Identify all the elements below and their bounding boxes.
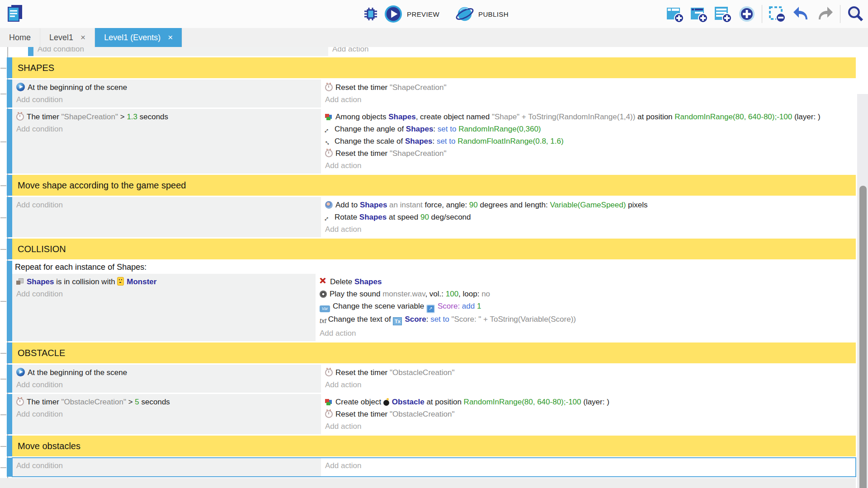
add-action-button[interactable]: Add action (325, 379, 856, 391)
event-line[interactable]: Reset the timer "ObstacleCreation" (325, 408, 856, 420)
event-handle-bar[interactable] (7, 261, 12, 341)
event-handle-bar[interactable] (7, 109, 12, 174)
actions-cell[interactable]: Among objects Shapes, create object name… (321, 109, 856, 174)
debug-icon[interactable] (362, 5, 380, 23)
foreach-header[interactable]: Repeat for each instance of Shapes: (12, 261, 856, 274)
add-circle-icon[interactable] (738, 5, 756, 23)
event-row-partial[interactable]: Add conditionAdd action (28, 47, 856, 56)
event-handle-bar[interactable] (7, 197, 12, 237)
tab-level1[interactable]: Level1 × (40, 28, 95, 47)
preview-play-icon[interactable] (384, 5, 402, 23)
redo-icon[interactable] (816, 5, 834, 23)
event-group-header[interactable]: Move shape according to the game speed (7, 175, 856, 196)
add-condition-button[interactable]: Add condition (16, 379, 321, 391)
event-handle-bar[interactable] (7, 436, 12, 456)
actions-cell[interactable]: Add action (321, 458, 856, 477)
add-action-button[interactable]: Add action (325, 223, 856, 235)
event-line[interactable]: Among objects Shapes, create object name… (325, 111, 856, 123)
add-condition-button[interactable]: Add condition (16, 408, 321, 420)
add-action-button[interactable]: Add action (325, 160, 856, 172)
scrollbar-thumb[interactable] (859, 186, 867, 488)
event-handle-bar[interactable] (7, 394, 12, 434)
undo-icon[interactable] (792, 5, 810, 23)
publish-label[interactable]: PUBLISH (478, 10, 509, 18)
event-line[interactable]: Delete Shapes (320, 276, 856, 288)
event-row[interactable]: The timer "ShapeCreation" > 1.3 secondsA… (7, 109, 856, 174)
event-row[interactable]: At the beginning of the sceneAdd conditi… (7, 80, 856, 108)
add-action-button[interactable]: Add action (325, 94, 856, 106)
event-line[interactable]: Create object Obstacle at position Rando… (325, 396, 856, 408)
event-row-selected[interactable]: Add conditionAdd action (7, 458, 856, 477)
event-group-header[interactable]: COLLISION (7, 239, 856, 259)
close-icon[interactable]: × (168, 33, 173, 42)
group-title[interactable]: SHAPES (12, 57, 856, 78)
event-handle-bar[interactable] (7, 365, 12, 393)
conditions-cell[interactable]: At the beginning of the sceneAdd conditi… (12, 80, 321, 108)
event-handle-bar[interactable] (7, 80, 12, 108)
group-title[interactable]: Move shape according to the game speed (12, 175, 856, 196)
add-condition-button[interactable]: Add condition (16, 199, 321, 211)
conditions-cell[interactable]: The timer "ShapeCreation" > 1.3 secondsA… (12, 109, 321, 174)
group-title[interactable]: Move obstacles (12, 436, 856, 456)
event-line[interactable]: Change the angle of Shapes: set to Rando… (325, 123, 856, 135)
add-action-button[interactable]: Add action (325, 460, 856, 472)
add-action-button[interactable]: Add action (320, 327, 856, 339)
conditions-cell[interactable]: Shapes is in collision with MonsterAdd c… (12, 274, 316, 341)
add-subevent-icon[interactable] (690, 5, 708, 23)
event-group-header[interactable]: OBSTACLE (7, 343, 856, 363)
event-line[interactable]: Change the text of Score: set to "Score:… (320, 313, 856, 327)
preview-label[interactable]: PREVIEW (407, 10, 439, 18)
publish-planet-icon[interactable] (456, 5, 474, 23)
conditions-cell[interactable]: Add condition (12, 197, 321, 237)
event-handle-bar[interactable] (7, 343, 12, 363)
add-condition-button[interactable]: Add condition (16, 460, 321, 472)
app-menu-icon[interactable] (5, 3, 25, 23)
event-row[interactable]: At the beginning of the sceneAdd conditi… (7, 365, 856, 393)
event-handle-bar[interactable] (28, 47, 33, 56)
event-line[interactable]: Shapes is in collision with Monster (16, 276, 316, 288)
event-handle-bar[interactable] (7, 239, 12, 259)
tab-home[interactable]: Home (0, 28, 40, 47)
event-line[interactable]: The timer "ObstacleCreation" > 5 seconds (16, 396, 321, 408)
add-condition-button[interactable]: Add condition (16, 288, 316, 300)
actions-cell[interactable]: Add to Shapes an instant force, angle: 9… (321, 197, 856, 237)
group-title[interactable]: OBSTACLE (12, 343, 856, 363)
event-line[interactable]: Change the scale of Shapes: set to Rando… (325, 135, 856, 147)
actions-cell[interactable]: Add action (328, 47, 856, 56)
add-condition-button[interactable]: Add condition (38, 47, 328, 55)
add-condition-button[interactable]: Add condition (16, 123, 321, 135)
event-group-header[interactable]: SHAPES (7, 57, 856, 78)
event-line[interactable]: Rotate Shapes at speed 90 deg/second (325, 211, 856, 223)
event-line[interactable]: At the beginning of the scene (16, 81, 321, 94)
search-icon[interactable] (846, 5, 864, 23)
actions-cell[interactable]: Create object Obstacle at position Rando… (321, 394, 856, 434)
event-line[interactable]: Change the scene variable Score: add 1 (320, 300, 856, 313)
actions-cell[interactable]: Reset the timer "ShapeCreation"Add actio… (321, 80, 856, 108)
delete-selection-icon[interactable] (768, 5, 786, 23)
conditions-cell[interactable]: The timer "ObstacleCreation" > 5 seconds… (12, 394, 321, 434)
conditions-cell[interactable]: Add condition (33, 47, 328, 56)
event-line[interactable]: Reset the timer "ShapeCreation" (325, 81, 856, 94)
event-row[interactable]: Add conditionAdd to Shapes an instant fo… (7, 197, 856, 237)
actions-cell[interactable]: Reset the timer "ObstacleCreation"Add ac… (321, 365, 856, 393)
event-line[interactable]: At the beginning of the scene (16, 366, 321, 379)
conditions-cell[interactable]: Add condition (12, 458, 321, 477)
event-line[interactable]: Reset the timer "ShapeCreation" (325, 147, 856, 160)
event-row[interactable]: The timer "ObstacleCreation" > 5 seconds… (7, 394, 856, 434)
event-handle-bar[interactable] (7, 57, 12, 78)
event-line[interactable]: Reset the timer "ObstacleCreation" (325, 366, 856, 379)
scrollbar-track[interactable] (857, 94, 868, 488)
add-comment-icon[interactable] (714, 5, 732, 23)
event-handle-bar[interactable] (7, 175, 12, 196)
close-icon[interactable]: × (80, 33, 85, 42)
conditions-cell[interactable]: At the beginning of the sceneAdd conditi… (12, 365, 321, 393)
event-line[interactable]: Play the sound monster.wav, vol.: 100, l… (320, 288, 856, 300)
event-line[interactable]: The timer "ShapeCreation" > 1.3 seconds (16, 111, 321, 123)
event-handle-bar[interactable] (7, 458, 12, 477)
add-action-button[interactable]: Add action (332, 47, 856, 55)
event-line[interactable]: Add to Shapes an instant force, angle: 9… (325, 199, 856, 211)
add-condition-button[interactable]: Add condition (16, 94, 321, 106)
event-group-header[interactable]: Move obstacles (7, 436, 856, 456)
foreach-event-row[interactable]: Repeat for each instance of Shapes:Shape… (7, 261, 856, 341)
add-event-icon[interactable] (666, 5, 684, 23)
